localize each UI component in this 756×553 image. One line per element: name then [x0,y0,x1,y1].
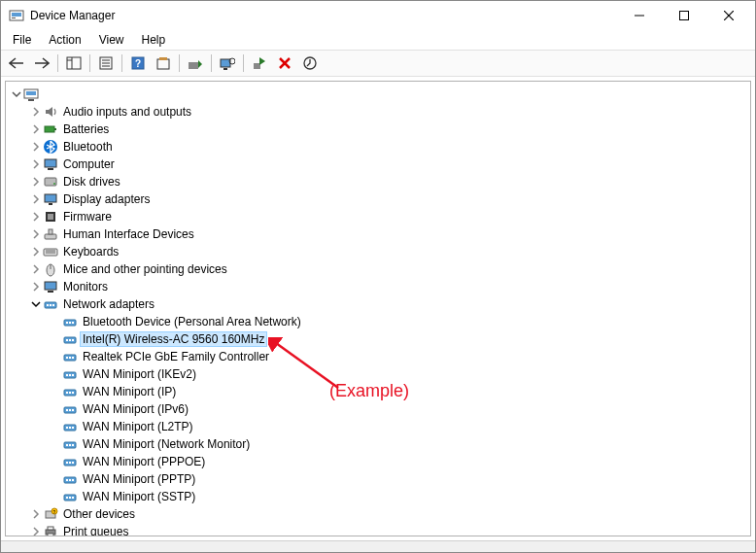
tree-label: WAN Miniport (L2TP) [81,420,195,433]
device-tree[interactable]: Audio inputs and outputsBatteriesBluetoo… [6,82,750,536]
status-bar [1,540,755,553]
tree-category[interactable]: Firmware [6,208,750,225]
forward-button[interactable] [30,52,53,74]
tree-category[interactable]: Bluetooth [6,138,750,156]
tree-device[interactable]: WAN Miniport (Network Monitor) [6,435,750,453]
expand-icon[interactable] [29,157,43,171]
svg-rect-18 [189,62,198,69]
svg-rect-91 [69,479,71,481]
svg-rect-60 [72,339,74,341]
expand-icon[interactable] [29,140,43,154]
tree-category-network[interactable]: Network adapters [6,295,750,313]
tree-category[interactable]: Mice and other pointing devices [6,260,750,278]
svg-rect-47 [45,282,56,290]
network-adapter-icon [62,314,78,329]
svg-rect-84 [72,444,74,446]
tree-label: WAN Miniport (PPPOE) [81,455,207,468]
tree-label: Bluetooth [61,140,115,154]
tree-device[interactable]: Intel(R) Wireless-AC 9560 160MHz [6,330,750,348]
collapse-icon[interactable] [10,87,23,101]
tree-label: WAN Miniport (IPv6) [81,402,190,416]
svg-text:?: ? [53,509,56,515]
other-icon: ? [43,506,58,522]
svg-rect-1 [12,13,21,17]
svg-rect-76 [72,409,74,411]
help-button[interactable]: ? [126,52,150,74]
expand-icon[interactable] [29,192,43,206]
tree-device[interactable]: Realtek PCIe GbE Family Controller [6,348,750,365]
titlebar: Device Manager [1,1,755,30]
network-adapter-icon [62,331,78,347]
minimize-button[interactable] [617,1,662,30]
properties-button[interactable] [94,52,118,74]
tree-label: WAN Miniport (IP) [81,385,178,398]
tree-category[interactable]: ?Other devices [6,505,750,523]
expand-icon[interactable] [29,262,43,276]
svg-rect-102 [48,534,53,536]
show-hide-tree-button[interactable] [62,52,86,74]
expand-icon[interactable] [29,122,43,136]
toolbar-separator [89,54,90,72]
expand-icon[interactable] [29,105,43,119]
svg-rect-67 [69,374,71,376]
svg-rect-36 [45,194,56,202]
expand-icon[interactable] [29,525,43,536]
tree-device[interactable]: WAN Miniport (IKEv2) [6,365,750,383]
tree-category[interactable]: Monitors [6,278,750,295]
window-title: Device Manager [30,9,617,22]
tree-device[interactable]: WAN Miniport (IPv6) [6,400,750,418]
monitor-icon [43,279,58,294]
svg-rect-92 [72,479,74,481]
disable-button[interactable] [298,52,322,74]
expand-icon[interactable] [29,280,43,294]
tree-category[interactable]: Print queues [6,523,750,536]
tree-category[interactable]: Disk drives [6,173,750,190]
tree-category[interactable]: Audio inputs and outputs [6,103,750,121]
expand-icon[interactable] [29,245,43,259]
network-adapter-icon [62,489,78,504]
svg-rect-71 [69,392,71,394]
svg-rect-40 [45,234,56,239]
tree-root[interactable] [6,86,750,103]
expand-icon[interactable] [29,175,43,189]
collapse-icon[interactable] [29,297,43,311]
svg-rect-63 [69,357,71,359]
tree-category[interactable]: Batteries [6,121,750,138]
uninstall-button[interactable] [273,52,296,74]
tree-device[interactable]: Bluetooth Device (Personal Area Network) [6,313,750,330]
tree-category[interactable]: Human Interface Devices [6,225,750,243]
printer-icon [43,524,58,536]
tree-category[interactable]: Computer [6,156,750,173]
svg-rect-7 [67,57,81,69]
maximize-button[interactable] [662,1,706,30]
menu-view[interactable]: View [91,31,132,49]
network-adapter-icon [62,419,78,434]
tree-category[interactable]: Display adapters [6,190,750,208]
back-button[interactable] [5,52,28,74]
svg-rect-55 [69,322,71,324]
tree-device[interactable]: WAN Miniport (L2TP) [6,418,750,435]
tree-label: Display adapters [61,192,152,206]
menu-action[interactable]: Action [41,31,88,49]
menu-file[interactable]: File [5,31,39,49]
scan-hardware-button[interactable] [216,52,239,74]
tree-category[interactable]: Keyboards [6,243,750,260]
tree-device[interactable]: WAN Miniport (PPTP) [6,470,750,488]
expand-icon[interactable] [29,210,43,224]
tree-device[interactable]: WAN Miniport (PPPOE) [6,453,750,470]
svg-rect-22 [254,63,260,69]
tree-device[interactable]: WAN Miniport (IP) [6,383,750,400]
menu-help[interactable]: Help [134,31,174,49]
expand-icon[interactable] [29,507,43,521]
enable-button[interactable] [248,52,271,74]
tree-label: Human Interface Devices [61,227,196,241]
mouse-icon [43,261,58,277]
close-button[interactable] [706,1,751,30]
update-driver-button[interactable] [184,52,207,74]
svg-rect-68 [72,374,74,376]
expand-icon[interactable] [29,227,43,241]
tree-device[interactable]: WAN Miniport (SSTP) [6,488,750,505]
svg-rect-28 [28,99,34,101]
svg-rect-58 [66,339,68,341]
action-button[interactable] [152,52,175,74]
